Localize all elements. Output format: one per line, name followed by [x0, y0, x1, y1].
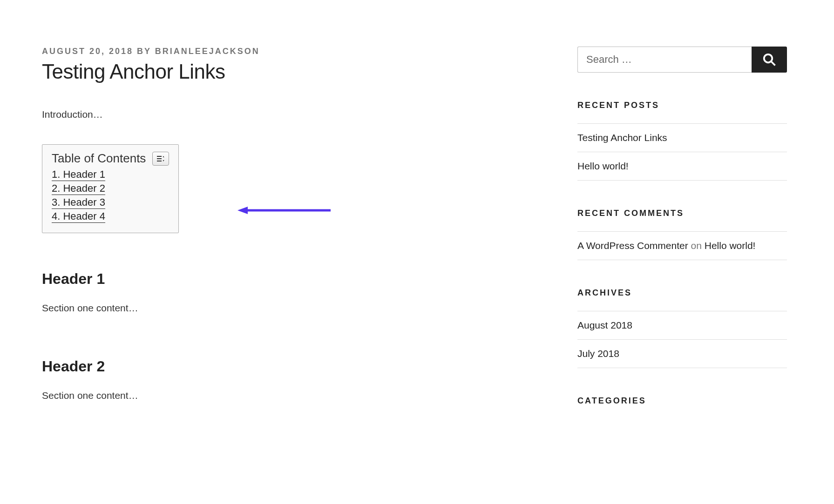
list-item: Hello world!	[577, 152, 787, 181]
svg-line-8	[771, 61, 775, 66]
toc-item: 2. Header 2	[52, 182, 169, 195]
post-author[interactable]: BRIANLEEJACKSON	[155, 47, 260, 56]
comment-on-label: on	[691, 240, 702, 251]
recent-post-link[interactable]: Testing Anchor Links	[577, 132, 667, 143]
search-form	[577, 47, 787, 73]
svg-marker-3	[163, 156, 164, 157]
categories-title: CATEGORIES	[577, 396, 787, 406]
toc-item: 1. Header 1	[52, 168, 169, 181]
recent-comments-list: A WordPress Commenter on Hello world!	[577, 231, 787, 260]
section-heading-2: Header 2	[42, 358, 540, 375]
toc-title: Table of Contents	[52, 151, 146, 166]
search-input[interactable]	[577, 47, 752, 73]
recent-post-link[interactable]: Hello world!	[577, 161, 629, 171]
toc-link[interactable]: 4. Header 4	[52, 210, 105, 223]
toc-toggle-button[interactable]	[152, 152, 169, 166]
svg-marker-6	[237, 207, 248, 214]
table-of-contents: Table of Contents 1. Header 1 2. Header	[42, 144, 179, 233]
archives-list: August 2018 July 2018	[577, 311, 787, 368]
recent-posts-list: Testing Anchor Links Hello world!	[577, 123, 787, 181]
comment-author-link[interactable]: A WordPress Commenter	[577, 240, 688, 251]
arrow-annotation-icon	[237, 206, 331, 215]
search-button[interactable]	[752, 47, 787, 73]
section-content-1: Section one content…	[42, 302, 540, 314]
toc-item: 4. Header 4	[52, 210, 169, 222]
section-content-2: Section one content…	[42, 390, 540, 401]
toc-item: 3. Header 3	[52, 196, 169, 208]
list-item: August 2018	[577, 311, 787, 339]
search-icon	[762, 53, 776, 67]
recent-comments-title: RECENT COMMENTS	[577, 208, 787, 218]
toc-link[interactable]: 3. Header 3	[52, 196, 105, 209]
archive-link[interactable]: July 2018	[577, 348, 619, 359]
post-intro: Introduction…	[42, 109, 540, 120]
svg-marker-4	[163, 160, 164, 161]
list-item: Testing Anchor Links	[577, 123, 787, 152]
list-item: A WordPress Commenter on Hello world!	[577, 231, 787, 260]
comment-post-link[interactable]: Hello world!	[705, 240, 756, 251]
post-meta: AUGUST 20, 2018 BY BRIANLEEJACKSON	[42, 47, 540, 56]
svg-point-7	[764, 54, 773, 63]
toc-link[interactable]: 2. Header 2	[52, 182, 105, 195]
section-heading-1: Header 1	[42, 270, 540, 288]
list-toggle-icon	[156, 155, 165, 162]
archives-title: ARCHIVES	[577, 288, 787, 298]
archive-link[interactable]: August 2018	[577, 320, 632, 330]
list-item: July 2018	[577, 339, 787, 368]
post-date: AUGUST 20, 2018	[42, 47, 133, 56]
recent-posts-title: RECENT POSTS	[577, 101, 787, 110]
post-title: Testing Anchor Links	[42, 60, 540, 83]
toc-link[interactable]: 1. Header 1	[52, 168, 105, 181]
post-by-label: BY	[137, 47, 151, 56]
